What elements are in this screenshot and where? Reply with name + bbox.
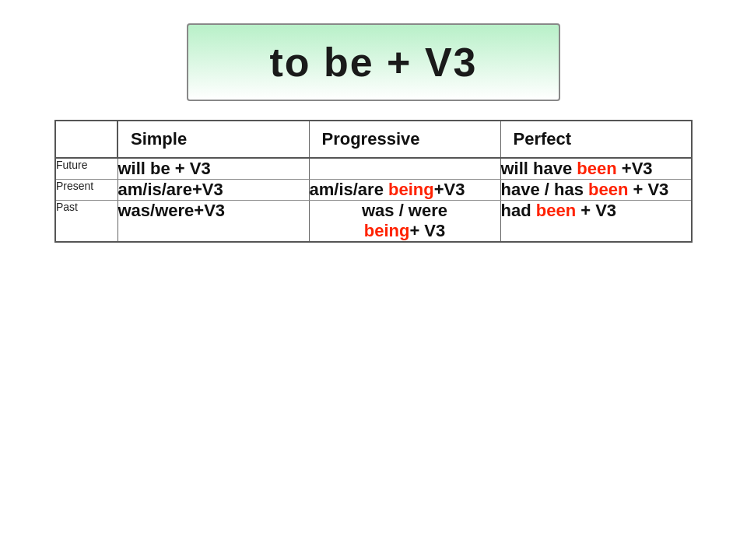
past-perfect: had been + V3 bbox=[500, 201, 692, 243]
past-prog-after: + V3 bbox=[409, 221, 445, 240]
header-simple: Simple bbox=[117, 121, 309, 158]
header-empty bbox=[55, 121, 117, 158]
table-row-past: Past was/were+V3 was / were being+ V3 ha… bbox=[55, 201, 692, 243]
past-perfect-before: had bbox=[501, 201, 536, 220]
present-perfect: have / has been + V3 bbox=[500, 180, 692, 201]
present-perfect-after: + V3 bbox=[628, 180, 668, 199]
header-progressive: Progressive bbox=[309, 121, 500, 158]
future-simple: will be + V3 bbox=[117, 158, 309, 180]
table-row-future: Future will be + V3 will have been +V3 bbox=[55, 158, 692, 180]
past-perfect-after: + V3 bbox=[576, 201, 616, 220]
past-prog-before: was / were bbox=[362, 201, 447, 220]
label-past: Past bbox=[55, 201, 117, 243]
title-box: to be + V3 bbox=[187, 23, 560, 101]
present-simple: am/is/are+V3 bbox=[117, 180, 309, 201]
future-simple-text: will be + V3 bbox=[118, 159, 211, 178]
future-progressive bbox=[309, 158, 500, 180]
future-perfect-red: been bbox=[577, 159, 616, 178]
present-prog-before: am/is/are bbox=[310, 180, 389, 199]
past-simple-text: was/were+V3 bbox=[118, 201, 226, 220]
label-future: Future bbox=[55, 158, 117, 180]
present-perfect-red: been bbox=[588, 180, 628, 199]
present-perfect-before: have / has bbox=[501, 180, 589, 199]
present-progressive: am/is/are being+V3 bbox=[309, 180, 500, 201]
label-present: Present bbox=[55, 180, 117, 201]
future-perfect-after: +V3 bbox=[617, 159, 653, 178]
header-perfect: Perfect bbox=[500, 121, 692, 158]
future-perfect-before: will have bbox=[501, 159, 577, 178]
future-perfect: will have been +V3 bbox=[500, 158, 692, 180]
past-simple: was/were+V3 bbox=[117, 201, 309, 243]
present-prog-after: +V3 bbox=[434, 180, 465, 199]
present-prog-red: being bbox=[388, 180, 434, 199]
present-simple-text: am/is/are+V3 bbox=[118, 180, 223, 199]
past-prog-red: being bbox=[364, 221, 410, 240]
table-header-row: Simple Progressive Perfect bbox=[55, 121, 692, 158]
table-row-present: Present am/is/are+V3 am/is/are being+V3 … bbox=[55, 180, 692, 201]
grammar-table: Simple Progressive Perfect Future will b… bbox=[54, 120, 693, 243]
past-progressive: was / were being+ V3 bbox=[309, 201, 500, 243]
page-title: to be + V3 bbox=[212, 39, 535, 86]
past-perfect-red: been bbox=[536, 201, 576, 220]
